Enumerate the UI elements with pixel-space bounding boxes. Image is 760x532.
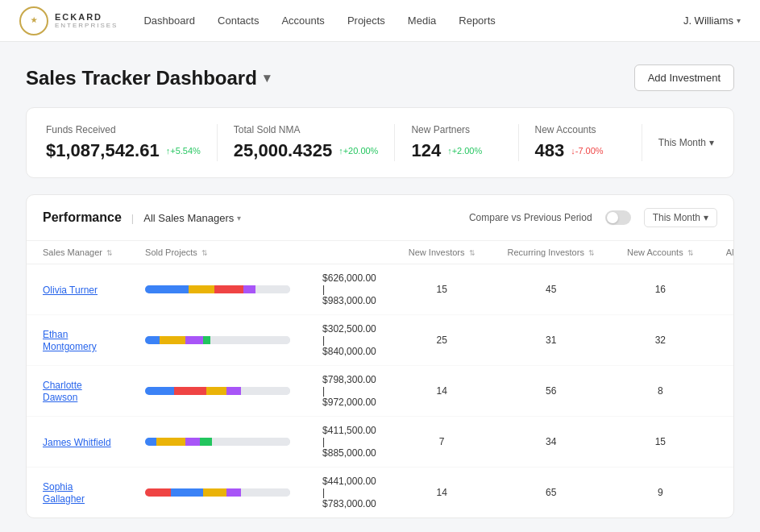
nav-links: DashboardContactsAccountsProjectsMediaRe… (143, 11, 683, 30)
bar-segment (145, 285, 189, 293)
stat-label: Total Sold NMA (234, 124, 379, 135)
stat-item: New Accounts 483 ↓-7.00% (519, 124, 642, 161)
performance-filter-button[interactable]: All Sales Managers ▾ (143, 212, 241, 224)
col-all-accounts: All Accounts ⇅ (710, 241, 734, 264)
sold-bar (145, 285, 290, 293)
bar-segment (174, 387, 206, 395)
manager-name-link[interactable]: Charlotte Dawson (43, 380, 82, 403)
nav-link-projects[interactable]: Projects (347, 11, 385, 30)
stats-period-button[interactable]: This Month ▾ (642, 137, 714, 148)
page-header: Sales Tracker Dashboard ▾ Add Investment (26, 64, 734, 91)
nav-link-dashboard[interactable]: Dashboard (143, 11, 195, 30)
sold-bar (145, 438, 290, 446)
performance-table-body: Olivia Turner $626,000.00 | $983,000.00 … (27, 264, 734, 518)
new-investors: 14 (392, 366, 492, 417)
recurring-investors: 65 (492, 468, 611, 518)
nav-link-reports[interactable]: Reports (459, 11, 496, 30)
page-title: Sales Tracker Dashboard ▾ (26, 67, 270, 89)
stats-card: Funds Received $1,087,542.61 ↑+5.54% Tot… (26, 107, 734, 178)
bar-segment (171, 488, 203, 497)
new-investors: 7 (392, 417, 492, 468)
bar-segment (203, 336, 210, 344)
col-recurring-investors: Recurring Investors ⇅ (492, 241, 611, 264)
new-accounts: 9 (611, 468, 710, 518)
bar-segment (145, 336, 160, 344)
new-accounts: 32 (611, 315, 710, 366)
all-accounts: 36 (710, 264, 734, 315)
performance-header: Performance | All Sales Managers ▾ Compa… (27, 195, 733, 241)
stat-change: ↓-7.00% (571, 146, 603, 156)
bar-segment (145, 387, 174, 395)
filter-chevron-icon: ▾ (237, 214, 241, 222)
bar-segment (189, 285, 214, 293)
title-chevron-icon[interactable]: ▾ (264, 70, 270, 85)
add-investment-button[interactable]: Add Investment (634, 64, 734, 91)
new-accounts: 8 (611, 366, 710, 417)
all-accounts: 45 (710, 366, 734, 417)
stat-value: $1,087,542.61 ↑+5.54% (46, 140, 201, 161)
recurring-investors: 31 (492, 315, 611, 366)
compare-toggle[interactable] (605, 210, 631, 225)
toggle-knob (607, 212, 618, 223)
col-sales-manager: Sales Manager ⇅ (27, 241, 129, 264)
performance-filter-label: All Sales Managers (143, 212, 234, 224)
performance-table-wrap: Sales Manager ⇅ Sold Projects ⇅ New Inve… (27, 241, 733, 517)
col-sold-projects: Sold Projects ⇅ (129, 241, 392, 264)
bar-segment (200, 438, 211, 446)
nav-link-media[interactable]: Media (408, 11, 436, 30)
bar-segment (185, 336, 203, 344)
stat-change: ↑+2.00% (447, 146, 482, 156)
sold-amount: $626,000.00 | $983,000.00 (306, 264, 392, 315)
table-row: Ethan Montgomery $302,500.00 | $840,000.… (27, 315, 734, 366)
manager-name-link[interactable]: Ethan Montgomery (43, 329, 97, 352)
bar-segment (185, 438, 200, 446)
user-chevron-icon: ▾ (737, 16, 741, 25)
performance-card: Performance | All Sales Managers ▾ Compa… (26, 194, 734, 518)
all-accounts: 23 (710, 417, 734, 468)
logo-icon: ★ (19, 6, 48, 35)
bar-segment (145, 438, 156, 446)
period-chevron-icon: ▾ (704, 212, 708, 223)
sold-amount: $302,500.00 | $840,000.00 (306, 315, 392, 366)
nav-link-accounts[interactable]: Accounts (281, 11, 324, 30)
col-new-accounts: New Accounts ⇅ (611, 241, 710, 264)
logo-name: ECKARD (55, 12, 118, 22)
new-accounts: 15 (611, 417, 710, 468)
manager-name-link[interactable]: Olivia Turner (43, 285, 98, 296)
table-row: Olivia Turner $626,000.00 | $983,000.00 … (27, 264, 734, 315)
new-accounts: 16 (611, 264, 710, 315)
table-row: Sophia Gallagher $441,000.00 | $783,000.… (27, 468, 734, 518)
logo-sub: ENTERPRISES (55, 22, 118, 29)
col-new-investors: New Investors ⇅ (392, 241, 492, 264)
bar-segment (214, 285, 243, 293)
bar-segment (156, 438, 185, 446)
bar-segment (210, 336, 290, 344)
performance-period-button[interactable]: This Month ▾ (644, 208, 717, 227)
performance-period-label: This Month (653, 212, 700, 223)
sold-bar (145, 488, 290, 497)
stat-value: 124 ↑+2.00% (411, 140, 501, 161)
bar-segment (241, 387, 290, 395)
new-investors: 14 (392, 468, 492, 518)
user-name: J. Williams (683, 15, 733, 27)
bar-segment (212, 438, 290, 446)
stat-value: 483 ↓-7.00% (535, 140, 625, 161)
bar-segment (145, 488, 171, 497)
recurring-investors: 56 (492, 366, 611, 417)
stat-item: Total Sold NMA 25,000.4325 ↑+20.00% (218, 124, 396, 161)
stats-period-label: This Month (658, 137, 706, 148)
table-row: James Whitfield $411,500.00 | $885,000.0… (27, 417, 734, 468)
sold-bar (145, 336, 290, 344)
nav-user[interactable]: J. Williams ▾ (683, 15, 741, 27)
bar-segment (203, 488, 226, 497)
manager-name-link[interactable]: Sophia Gallagher (43, 481, 85, 505)
page-content: Sales Tracker Dashboard ▾ Add Investment… (0, 42, 760, 532)
stats-period-chevron-icon: ▾ (709, 137, 714, 148)
stat-value: 25,000.4325 ↑+20.00% (234, 140, 379, 161)
manager-name-link[interactable]: James Whitfield (43, 437, 111, 448)
nav-link-contacts[interactable]: Contacts (218, 11, 259, 30)
bar-segment (160, 336, 185, 344)
bar-segment (206, 387, 226, 395)
performance-title: Performance (43, 210, 122, 225)
stat-change: ↑+20.00% (338, 146, 378, 156)
